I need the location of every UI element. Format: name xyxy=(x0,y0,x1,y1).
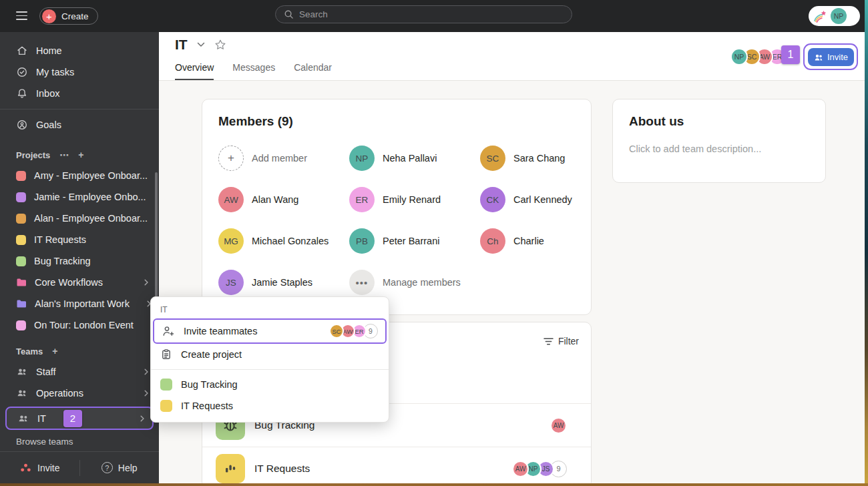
user-menu[interactable]: NP xyxy=(809,6,860,26)
sidebar-project-it-requests[interactable]: IT Requests xyxy=(0,229,159,250)
sidebar-item-label: My tasks xyxy=(36,67,74,77)
tab-messages[interactable]: Messages xyxy=(232,62,275,80)
filter-button[interactable]: Filter xyxy=(544,336,579,346)
sidebar-project-amy[interactable]: Amy - Employee Onboar... xyxy=(0,165,159,186)
chevron-right-icon xyxy=(139,415,146,422)
search-input[interactable]: Search xyxy=(275,5,572,23)
member-peter-barrani[interactable]: PB Peter Barrani xyxy=(349,228,480,254)
project-color-icon xyxy=(16,192,26,202)
avatar: NP xyxy=(831,8,847,24)
sidebar-divider xyxy=(0,109,159,109)
tab-overview[interactable]: Overview xyxy=(175,62,214,80)
home-icon xyxy=(16,45,28,57)
project-row-it-requests[interactable]: IT Requests AW NP JS 9 xyxy=(202,447,591,486)
sidebar-item-goals[interactable]: Goals xyxy=(0,114,159,136)
teammates-avatar-stack: SC AW ER 9 xyxy=(329,324,378,338)
project-label: On Tour: London Event xyxy=(34,320,134,330)
menu-item-it-requests[interactable]: IT Requests xyxy=(151,395,389,417)
star-icon[interactable] xyxy=(214,39,226,51)
folder-label: Alan's Important Work xyxy=(35,298,130,309)
context-menu-team-label: IT xyxy=(151,302,389,318)
member-michael-gonzales[interactable]: MG Michael Gonzales xyxy=(218,228,349,254)
avatar: PB xyxy=(349,228,375,254)
add-team-icon[interactable]: + xyxy=(52,346,57,356)
member-alan-wang[interactable]: AW Alan Wang xyxy=(218,187,349,212)
sidebar-item-inbox[interactable]: Inbox xyxy=(0,83,159,104)
folder-label: Core Workflows xyxy=(35,277,103,288)
sidebar-folder-alans-important-work[interactable]: Alan's Important Work xyxy=(0,293,159,314)
help-button[interactable]: ? Help xyxy=(80,462,160,473)
member-charlie[interactable]: Ch Charlie xyxy=(480,228,575,254)
sidebar-project-alan[interactable]: Alan - Employee Onboar... xyxy=(0,208,159,229)
asana-logo-icon xyxy=(19,462,32,474)
member-sara-chang[interactable]: SC Sara Chang xyxy=(480,146,575,171)
tab-calendar[interactable]: Calendar xyxy=(294,62,332,80)
sidebar-team-it[interactable]: IT 2 xyxy=(5,407,154,430)
avatar: SC xyxy=(480,146,505,171)
project-color-icon xyxy=(160,400,172,412)
page-header: IT Overview Messages Calendar NP SC AW E… xyxy=(159,32,865,81)
member-jamie-staples[interactable]: JS Jamie Staples xyxy=(218,270,349,295)
menu-item-label: Invite teammates xyxy=(184,326,257,336)
manage-members-button[interactable]: ••• Manage members xyxy=(349,270,480,295)
menu-item-invite-teammates[interactable]: Invite teammates SC AW ER 9 xyxy=(153,318,387,344)
sidebar-folder-core-workflows[interactable]: Core Workflows xyxy=(0,272,159,293)
teams-header-label: Teams xyxy=(16,346,43,356)
add-project-icon[interactable]: + xyxy=(78,150,83,160)
chevron-right-icon xyxy=(143,279,150,286)
app-window: + Create Search NP Home My tasks xyxy=(0,0,868,486)
chevron-right-icon xyxy=(143,369,150,375)
create-button[interactable]: + Create xyxy=(39,7,98,25)
chevron-down-icon[interactable] xyxy=(197,42,205,47)
avatar: NP xyxy=(349,146,375,171)
sidebar-item-label: Inbox xyxy=(36,88,59,99)
projects-section-header: Projects ⋯ + xyxy=(0,145,159,165)
add-member-button[interactable]: + Add member xyxy=(218,146,349,171)
members-grid: + Add member NP Neha Pallavi SC Sara Cha… xyxy=(218,146,575,295)
plus-icon: + xyxy=(42,9,56,23)
projects-options-icon[interactable]: ⋯ xyxy=(59,150,69,160)
sidebar-project-jamie[interactable]: Jamie - Employee Onbo... xyxy=(0,186,159,208)
sidebar-team-staff[interactable]: Staff xyxy=(0,361,159,383)
menu-item-create-project[interactable]: Create project xyxy=(151,344,389,365)
avatar: JS xyxy=(218,270,244,295)
sidebar-toggle-icon[interactable] xyxy=(16,11,27,20)
sidebar-project-on-tour[interactable]: On Tour: London Event xyxy=(0,314,159,336)
project-label: Alan - Employee Onboar... xyxy=(34,213,148,224)
team-label: IT xyxy=(37,413,46,424)
sidebar-item-home[interactable]: Home xyxy=(0,40,159,61)
team-icon xyxy=(16,387,28,399)
bell-icon xyxy=(16,87,28,99)
menu-item-bug-tracking[interactable]: Bug Tracking xyxy=(151,374,389,395)
avatar: AW xyxy=(512,461,529,477)
member-name: Sara Chang xyxy=(513,153,565,164)
member-neha-pallavi[interactable]: NP Neha Pallavi xyxy=(349,146,480,171)
create-button-label: Create xyxy=(61,11,89,21)
help-label: Help xyxy=(118,463,138,473)
members-title: Members (9) xyxy=(218,114,575,129)
invite-button[interactable]: Invite xyxy=(808,48,854,66)
team-avatar-stack[interactable]: NP SC AW ER xyxy=(730,48,786,65)
annotation-mark-1: 1 xyxy=(781,45,800,64)
menu-item-label: Create project xyxy=(181,349,242,360)
invite-footer-label: Invite xyxy=(37,463,59,473)
project-color-icon xyxy=(160,379,172,391)
sidebar-team-operations[interactable]: Operations xyxy=(0,383,159,404)
invite-people-icon xyxy=(814,53,823,61)
project-label: Jamie - Employee Onbo... xyxy=(34,192,146,202)
sidebar: Home My tasks Inbox Goals Projects ⋯ + A… xyxy=(0,32,159,483)
browse-teams-link[interactable]: Browse teams xyxy=(0,430,159,453)
member-carl-kennedy[interactable]: CK Carl Kennedy xyxy=(480,187,575,212)
member-name: Carl Kennedy xyxy=(513,194,572,205)
search-icon xyxy=(284,9,294,19)
sidebar-item-my-tasks[interactable]: My tasks xyxy=(0,61,159,83)
sidebar-project-bug-tracking[interactable]: Bug Tracking xyxy=(0,250,159,272)
chevron-right-icon xyxy=(143,390,150,397)
team-description-placeholder[interactable]: Click to add team description... xyxy=(629,144,809,154)
project-label: IT Requests xyxy=(34,234,86,245)
add-member-label: Add member xyxy=(252,153,307,164)
project-label: Bug Tracking xyxy=(34,256,91,266)
invite-footer-button[interactable]: Invite xyxy=(0,462,79,474)
member-emily-renard[interactable]: ER Emily Renard xyxy=(349,187,480,212)
project-members-avatars: AW xyxy=(550,417,567,434)
